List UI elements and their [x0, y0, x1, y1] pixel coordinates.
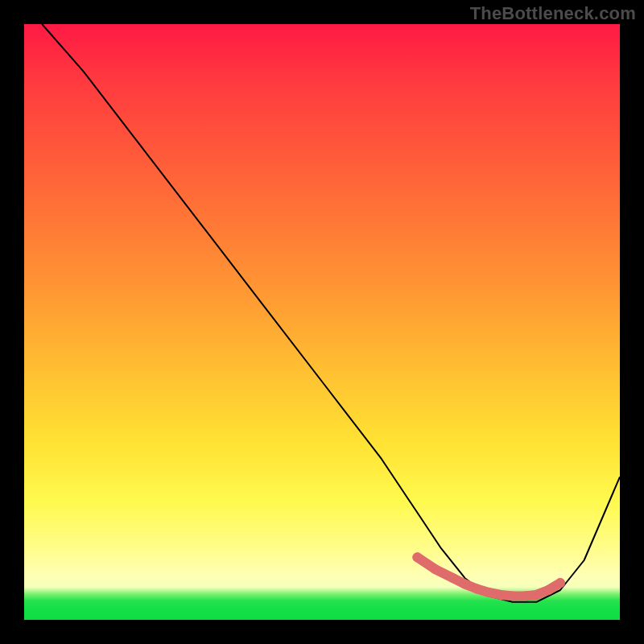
- highlight-dot: [448, 573, 458, 583]
- highlight-dot: [555, 578, 565, 588]
- chart-canvas: [24, 24, 620, 620]
- highlight-dot: [484, 588, 493, 597]
- plot-area: [24, 24, 620, 620]
- highlight-dot: [412, 552, 422, 562]
- highlight-dot: [531, 590, 541, 600]
- highlight-dot: [431, 564, 440, 574]
- chart-frame: TheBottleneck.com: [0, 0, 644, 644]
- highlight-dot: [543, 585, 553, 595]
- highlight-dot: [520, 591, 530, 601]
- curve-line: [42, 24, 620, 602]
- highlight-dot: [496, 590, 506, 600]
- highlight-dot: [460, 580, 470, 589]
- highlight-dot: [508, 591, 518, 601]
- watermark-text: TheBottleneck.com: [470, 3, 636, 24]
- highlight-dot: [472, 584, 481, 594]
